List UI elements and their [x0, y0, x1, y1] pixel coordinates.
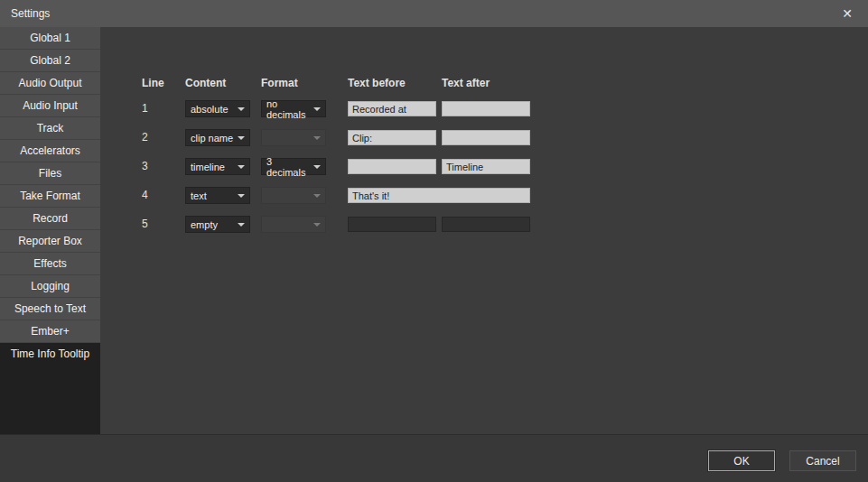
- content-dropdown[interactable]: text: [185, 187, 250, 204]
- format-dropdown-value: no decimals: [266, 98, 313, 120]
- format-dropdown: [261, 187, 326, 204]
- format-dropdown[interactable]: no decimals: [261, 100, 326, 117]
- table-row: 4 text: [0, 187, 868, 205]
- table-row: 1 absolute no decimals: [0, 100, 868, 118]
- sidebar-item-ember-plus[interactable]: Ember+: [0, 320, 100, 343]
- content-dropdown-value: empty: [191, 219, 218, 230]
- text-after-input: [442, 217, 530, 232]
- content-dropdown-value: clip name: [191, 133, 233, 144]
- dialog-button-bar: OK Cancel: [0, 434, 868, 482]
- sidebar-item-speech-to-text[interactable]: Speech to Text: [0, 298, 100, 320]
- chevron-down-icon: [238, 165, 245, 169]
- content-dropdown[interactable]: clip name: [185, 129, 250, 146]
- sidebar-item-effects[interactable]: Effects: [0, 253, 100, 275]
- text-wide-input[interactable]: [348, 188, 530, 203]
- column-header-text-after: Text after: [442, 77, 490, 91]
- chevron-down-icon: [313, 223, 321, 227]
- ok-button[interactable]: OK: [708, 450, 775, 471]
- chevron-down-icon: [238, 107, 245, 111]
- sidebar-selected-panel: [0, 366, 100, 434]
- format-dropdown: [261, 216, 326, 233]
- content-dropdown-value: text: [191, 190, 207, 201]
- text-before-input[interactable]: [348, 130, 436, 145]
- column-header-line: Line: [142, 77, 164, 91]
- content-dropdown-value: timeline: [191, 162, 225, 172]
- column-header-content: Content: [185, 77, 226, 91]
- chevron-down-icon: [313, 165, 321, 169]
- window-title: Settings: [11, 7, 50, 20]
- sidebar-item-global-1[interactable]: Global 1: [0, 27, 100, 50]
- text-after-input[interactable]: [442, 159, 530, 174]
- content-dropdown[interactable]: empty: [185, 216, 250, 233]
- format-dropdown-value: 3 decimals: [266, 156, 313, 178]
- chevron-down-icon: [238, 223, 245, 227]
- line-number: 4: [142, 189, 148, 201]
- line-number: 2: [142, 131, 148, 144]
- sidebar-item-logging[interactable]: Logging: [0, 275, 100, 298]
- line-number: 5: [142, 218, 148, 230]
- chevron-down-icon: [313, 194, 321, 198]
- format-dropdown[interactable]: 3 decimals: [261, 158, 326, 175]
- chevron-down-icon: [313, 136, 321, 140]
- sidebar-item-time-info-tooltip[interactable]: Time Info Tooltip: [0, 343, 100, 366]
- table-row: 3 timeline 3 decimals: [0, 158, 868, 176]
- text-before-input[interactable]: [348, 159, 436, 174]
- format-dropdown: [261, 129, 326, 146]
- column-header-text-before: Text before: [348, 77, 406, 91]
- chevron-down-icon: [238, 136, 245, 140]
- table-row: 2 clip name: [0, 129, 868, 147]
- line-number: 1: [142, 102, 148, 115]
- close-icon[interactable]: ✕: [834, 0, 861, 27]
- content-dropdown-value: absolute: [191, 104, 229, 115]
- text-after-input[interactable]: [442, 101, 530, 116]
- content-dropdown[interactable]: timeline: [185, 158, 250, 175]
- column-header-format: Format: [261, 77, 298, 91]
- text-before-input[interactable]: [348, 101, 436, 116]
- text-after-input[interactable]: [442, 130, 530, 145]
- chevron-down-icon: [238, 194, 245, 198]
- text-before-input: [348, 217, 436, 232]
- content-dropdown[interactable]: absolute: [185, 100, 250, 117]
- titlebar: Settings: [0, 0, 868, 27]
- sidebar-item-global-2[interactable]: Global 2: [0, 50, 100, 72]
- table-row: 5 empty: [0, 216, 868, 234]
- chevron-down-icon: [313, 107, 321, 111]
- cancel-button[interactable]: Cancel: [789, 450, 856, 471]
- line-number: 3: [142, 160, 148, 172]
- sidebar-item-audio-output[interactable]: Audio Output: [0, 72, 100, 95]
